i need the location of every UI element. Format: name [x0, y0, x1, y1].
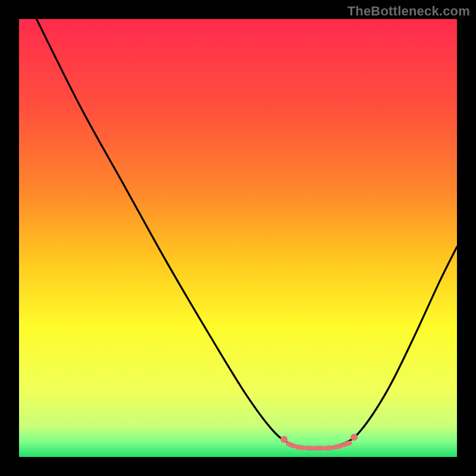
bottleneck-chart	[0, 0, 476, 476]
plot-background	[19, 19, 457, 457]
highlight-dot	[350, 434, 358, 441]
attribution-text: TheBottleneck.com	[347, 4, 470, 19]
highlight-dot	[280, 436, 287, 443]
chart-wrapper: TheBottleneck.com	[0, 0, 476, 476]
